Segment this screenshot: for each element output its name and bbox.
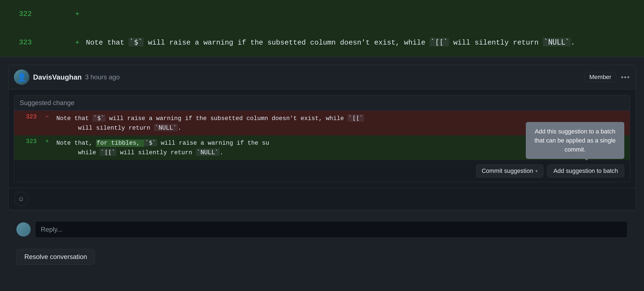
avatar-image: 👤	[14, 69, 29, 85]
commit-suggestion-button[interactable]: Commit suggestion ▾	[476, 164, 543, 177]
line-323-text: Note that `$` will raise a warning if th…	[86, 39, 575, 47]
member-badge: Member	[584, 72, 617, 82]
comment-meta: DavisVaughan 3 hours ago	[33, 73, 120, 82]
suggested-change-header: Suggested change	[14, 95, 630, 111]
more-options-button[interactable]: •••	[621, 73, 630, 82]
comment-author-section: 👤 DavisVaughan 3 hours ago	[14, 69, 120, 85]
tooltip-popup: Add this suggestion to a batch that can …	[526, 122, 624, 159]
emoji-reaction-button[interactable]: ☺	[14, 192, 28, 206]
diff-line-322: 322 +	[0, 0, 644, 28]
added-line-num: 323	[14, 135, 42, 148]
author-name: DavisVaughan	[33, 73, 82, 82]
line-content-323: + Note that `$` will raise a warning if …	[38, 30, 644, 55]
removed-line-num: 323	[14, 111, 42, 123]
removed-sign: −	[42, 111, 53, 123]
plus-sign-323: +	[75, 39, 84, 47]
comment-time: 3 hours ago	[85, 73, 120, 81]
plus-sign-322: +	[75, 10, 80, 18]
diff-header: 322 + 323 + Note that `$` will raise a w…	[0, 0, 644, 57]
reaction-row: ☺	[8, 188, 636, 210]
page-wrapper: 322 + 323 + Note that `$` will raise a w…	[0, 0, 644, 291]
reply-avatar	[16, 222, 31, 237]
comment-block: 👤 DavisVaughan 3 hours ago Member ••• Su…	[8, 65, 636, 210]
comment-section: 👤 DavisVaughan 3 hours ago Member ••• Su…	[0, 57, 644, 273]
author-avatar: 👤	[14, 69, 29, 85]
add-suggestion-to-batch-button[interactable]: Add suggestion to batch	[547, 164, 624, 177]
resolve-section: Resolve conversation	[8, 243, 636, 273]
commit-dropdown-arrow[interactable]: ▾	[535, 168, 538, 174]
reply-input[interactable]: Reply...	[35, 221, 628, 238]
diff-line-323: 323 + Note that `$` will raise a warning…	[0, 28, 644, 57]
suggested-change-box: Suggested change 323 − Note that `$` wil…	[14, 95, 630, 182]
added-sign: +	[42, 135, 53, 148]
line-num-322: 322	[0, 10, 38, 18]
emoji-icon: ☺	[18, 195, 25, 203]
comment-header-actions: Member •••	[584, 72, 630, 82]
commit-btn-label: Commit suggestion	[482, 167, 533, 174]
suggestion-actions: Add this suggestion to a batch that can …	[14, 160, 630, 182]
line-content-322: +	[38, 2, 644, 26]
comment-header: 👤 DavisVaughan 3 hours ago Member •••	[8, 65, 636, 89]
reply-section: Reply...	[8, 216, 636, 243]
avatar-face: 👤	[17, 73, 27, 82]
resolve-conversation-button[interactable]: Resolve conversation	[16, 249, 95, 265]
line-num-323: 323	[0, 38, 38, 46]
